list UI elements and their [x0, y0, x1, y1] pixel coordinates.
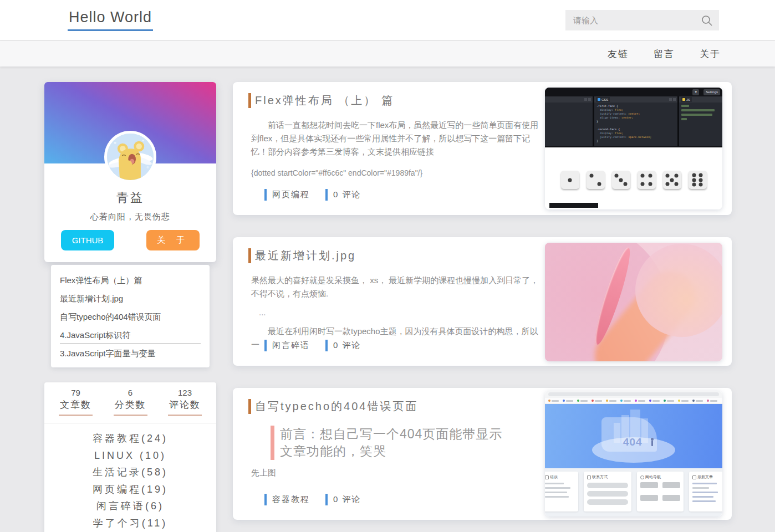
stat-categories-label: 分类数 — [114, 398, 147, 416]
stat-comments: 123 评论数 — [168, 388, 202, 416]
quote-accent-bar — [271, 426, 274, 460]
settings-button: Settings — [703, 89, 720, 95]
css-tab-label: CSS — [601, 98, 608, 101]
blog-homepage: Hello World 友链 留言 关于 — [0, 0, 775, 532]
stats-row: 79 文章数 6 分类数 123 评论数 — [44, 382, 216, 416]
article-meta: 闲言碎语 0 评论 — [264, 340, 377, 351]
meta-accent-bar — [325, 340, 328, 351]
article-category[interactable]: 网页编程 — [272, 190, 310, 200]
title-accent-bar — [248, 399, 251, 414]
article-card: 自写typecho的404错误页面 前言：想自己写一个404页面能带显示文章功能… — [233, 388, 732, 520]
article-card: Flex弹性布局 （上） 篇 前话一直都想花时间去吃一下flex布局，虽然最近写… — [233, 82, 732, 215]
browser-screenshot-404: 404 错误 联系方式 — [545, 391, 722, 516]
panel-contact: 联系方式 — [584, 472, 631, 511]
profile-card: 青益 心若向阳，无畏伤悲 GITHUB 关 于 — [44, 82, 216, 262]
meta-accent-bar — [325, 189, 328, 201]
article-card: 最近新增计划.jpg 果然最大的喜好就是发呆摸鱼， xs， 最近新学期的课程也慢… — [233, 237, 732, 366]
stat-categories: 6 分类数 — [114, 388, 147, 416]
recent-post-link[interactable]: 3.JavaScript字面量与变量 — [60, 344, 201, 362]
stats-card: 79 文章数 6 分类数 123 评论数 容器教程(24) LINUX (10)… — [44, 382, 216, 532]
panel-error: 错误 — [545, 472, 578, 511]
avatar[interactable] — [104, 131, 156, 183]
nav-item-links[interactable]: 友链 — [608, 48, 629, 60]
recent-post-link[interactable]: Flex弹性布局（上）篇 — [60, 271, 201, 289]
panel-row-404: 错误 联系方式 网站导航 — [545, 468, 722, 516]
avatar-illustration — [107, 134, 154, 180]
panel-latest-posts: 最新文章 — [689, 472, 722, 511]
article-meta: 容器教程 0 评论 — [264, 494, 377, 505]
article-thumbnail-pink-render[interactable] — [545, 243, 722, 361]
github-button[interactable]: GITHUB — [61, 230, 114, 250]
excerpt-paragraph: 果然最大的喜好就是发呆摸鱼， xs， 最近新学期的课程也慢慢加入到日常了，不得不… — [251, 274, 539, 300]
profile-motto: 心若向阳，无畏伤悲 — [44, 212, 216, 222]
excerpt-shortcode: {dotted startColor="#ff6c6c" endColor="#… — [251, 166, 539, 180]
category-link[interactable]: 容器教程(24) — [44, 430, 216, 447]
title-accent-bar — [248, 93, 251, 108]
search-box — [565, 10, 719, 30]
category-link[interactable]: 闲言碎语(6) — [44, 498, 216, 515]
meta-accent-bar — [264, 189, 267, 201]
quote-text: 前言：想自己写一个404页面能带显示文章功能的，笑哭 — [280, 426, 514, 460]
excerpt-ellipsis: ... — [251, 306, 539, 319]
recent-post-link[interactable]: 4.JavaScript标识符 — [60, 326, 201, 344]
article-comments[interactable]: 0 评论 — [333, 494, 361, 505]
category-link[interactable]: 学了个习(11) — [44, 515, 216, 532]
category-link[interactable]: LINUX (10) — [44, 447, 216, 464]
editor-console-strip — [549, 203, 598, 208]
excerpt-paragraph: 前话一直都想花时间去吃一下flex布局，虽然最近写的一些简单页面有使用到flex… — [251, 119, 539, 158]
meta-accent-bar — [325, 494, 328, 505]
article-title: Flex弹性布局 （上） 篇 — [255, 93, 394, 108]
article-comments[interactable]: 0 评论 — [333, 190, 361, 200]
category-list: 容器教程(24) LINUX (10) 生活记录(58) 网页编程(19) 闲言… — [44, 423, 216, 531]
nav-item-guestbook[interactable]: 留言 — [654, 48, 675, 60]
title-accent-bar — [248, 248, 251, 263]
search-icon[interactable] — [700, 14, 713, 27]
search-input[interactable] — [565, 10, 700, 30]
article-title-row[interactable]: 自写typecho的404错误页面 — [248, 399, 418, 414]
article-category[interactable]: 闲言碎语 — [272, 340, 310, 351]
article-category[interactable]: 容器教程 — [272, 494, 310, 505]
profile-name: 青益 — [44, 190, 216, 206]
article-title-row[interactable]: Flex弹性布局 （上） 篇 — [248, 93, 394, 108]
js-tab-label: JS — [686, 98, 690, 101]
error-code-404: 404 — [623, 436, 643, 448]
banner-404: 404 — [545, 404, 722, 468]
meta-accent-bar — [264, 340, 267, 351]
flexbox-dice — [545, 171, 722, 189]
article-thumbnail-404-page[interactable]: 404 错误 联系方式 — [545, 391, 722, 516]
category-link[interactable]: 生活记录(58) — [44, 464, 216, 481]
article-title: 自写typecho的404错误页面 — [255, 399, 418, 414]
article-comments[interactable]: 0 评论 — [333, 340, 361, 351]
editor-js-panel: JS — [679, 96, 722, 146]
tiny-person-figure — [651, 441, 653, 446]
recent-post-link[interactable]: 自写typecho的404错误页面 — [60, 308, 201, 326]
browser-bookmarks-bar — [545, 398, 722, 404]
site-logo[interactable]: Hello World — [68, 9, 153, 31]
article-thumbnail-flex-editor[interactable]: ♥ Settings CSS .first-face { displ — [545, 88, 722, 209]
browser-url-bar — [545, 391, 722, 398]
excerpt-paragraph: 先上图 — [251, 468, 276, 478]
stat-posts: 79 文章数 — [59, 388, 93, 416]
meta-accent-bar — [264, 494, 267, 505]
article-excerpt: 前话一直都想花时间去吃一下flex布局，虽然最近写的一些简单页面有使用到flex… — [251, 119, 539, 180]
article-title-row[interactable]: 最近新增计划.jpg — [248, 248, 356, 263]
editor-css-panel: CSS .first-face { display: flex; justify… — [594, 96, 677, 146]
about-button[interactable]: 关 于 — [146, 230, 200, 250]
article-blockquote: 前言：想自己写一个404页面能带显示文章功能的，笑哭 — [271, 426, 514, 460]
heart-icon: ♥ — [692, 89, 699, 95]
pink-3d-render — [545, 243, 722, 361]
code-editor-mock: ♥ Settings CSS .first-face { displ — [545, 88, 722, 147]
article-meta: 网页编程 0 评论 — [264, 189, 377, 201]
category-link[interactable]: 网页编程(19) — [44, 481, 216, 498]
stat-comments-value: 123 — [168, 388, 202, 397]
editor-html-panel — [545, 96, 593, 146]
nav-item-about[interactable]: 关于 — [700, 48, 721, 60]
main-nav: 友链 留言 关于 — [0, 41, 775, 66]
stat-posts-label: 文章数 — [59, 398, 93, 416]
recent-post-link[interactable]: 最近新增计划.jpg — [60, 289, 201, 308]
stat-posts-value: 79 — [59, 388, 93, 397]
recent-posts-card: Flex弹性布局（上）篇 最近新增计划.jpg 自写typecho的404错误页… — [51, 265, 210, 367]
panel-site-nav: 网站导航 — [637, 472, 684, 511]
stat-categories-value: 6 — [114, 388, 147, 397]
article-title: 最近新增计划.jpg — [255, 248, 356, 263]
